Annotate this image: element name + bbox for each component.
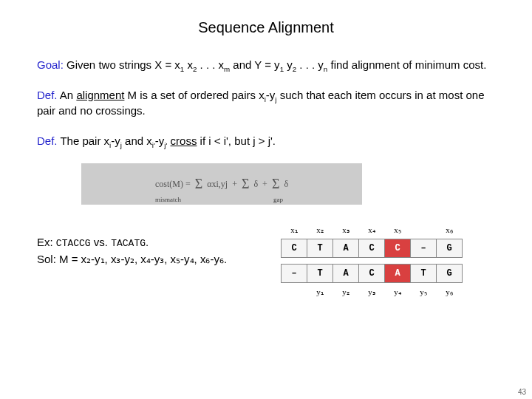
table-cell: x₅ xyxy=(385,221,411,239)
table-cell: C xyxy=(359,265,385,283)
def1-text-b: M is a set of ordered pairs x xyxy=(124,89,264,101)
page-number: 43 xyxy=(518,388,526,396)
def2-text-b: and x xyxy=(122,134,152,147)
table-cell xyxy=(282,283,307,301)
plus-icon: + xyxy=(232,179,237,190)
sigma-icon: Σ xyxy=(272,177,279,192)
table-cell: x₄ xyxy=(359,221,385,239)
table-cell: G xyxy=(437,239,463,258)
table-cell: – xyxy=(282,265,307,283)
table-cell: G xyxy=(437,265,463,283)
table-cell: – xyxy=(411,239,437,258)
example-block: Ex: CTACCG vs. TACATG. Sol: M = x₂-y₁, x… xyxy=(37,234,259,267)
table-cell: C xyxy=(359,239,385,258)
sol-lead: Sol: xyxy=(37,253,56,265)
page-title: Sequence Alignment xyxy=(37,19,495,36)
def1-paragraph: Def. An alignment M is a set of ordered … xyxy=(37,87,495,118)
table-cell: y₆ xyxy=(437,283,463,301)
formula-term2: δ xyxy=(253,179,258,190)
def1-lead: Def. xyxy=(37,89,58,101)
table-cell: y₁ xyxy=(307,283,333,301)
alignment-table: x₁x₂x₃x₄x₅x₆ CTACC–G –TACATG y₁y₂y₃y₄y₅y… xyxy=(281,221,463,301)
table-cell xyxy=(411,221,437,239)
table-cell: T xyxy=(307,239,333,258)
table-cell: T xyxy=(411,265,437,283)
table-cell: x₃ xyxy=(333,221,359,239)
table-cell: x₁ xyxy=(282,221,307,239)
formula-lhs: cost(M) = xyxy=(155,179,191,190)
ex-lead: Ex: xyxy=(37,236,53,248)
goal-text-a: Given two strings X = x xyxy=(64,58,180,71)
table-cell: y₃ xyxy=(359,283,385,301)
ex-dot: . xyxy=(146,236,149,248)
goal-text-b: and Y = y xyxy=(230,58,279,71)
mismatch-label: mismatch xyxy=(155,196,181,203)
gap-label: gap xyxy=(273,196,283,203)
table-cell: T xyxy=(307,265,333,283)
table-cell: C xyxy=(385,239,411,258)
table-cell: A xyxy=(333,265,359,283)
table-cell: x₂ xyxy=(307,221,333,239)
table-cell: x₆ xyxy=(437,221,463,239)
ex-seq2: TACATG xyxy=(111,238,146,249)
table-cell: y₂ xyxy=(333,283,359,301)
def1-term: alignment xyxy=(76,89,124,101)
goal-text-c: find alignment of minimum cost. xyxy=(327,58,486,71)
cost-formula: cost(M) = Σ αxi,yj + Σ δ + Σ δ mismatch … xyxy=(81,163,362,205)
table-cell: A xyxy=(385,265,411,283)
table-cell: y₄ xyxy=(385,283,411,301)
formula-term1: αxi,yj xyxy=(207,179,228,190)
sol-body: M = x₂-y₁, x₃-y₂, x₄-y₃, x₅-y₄, x₆-y₆. xyxy=(56,253,227,265)
goal-lead: Goal: xyxy=(37,58,64,71)
def1-text-a: An xyxy=(58,89,77,101)
table-cell: C xyxy=(282,239,307,258)
sigma-icon: Σ xyxy=(242,177,249,192)
table-cell: y₅ xyxy=(411,283,437,301)
ex-vs: vs. xyxy=(91,236,112,248)
ex-seq1: CTACCG xyxy=(56,238,91,249)
formula-term3: δ xyxy=(284,179,288,190)
def2-paragraph: Def. The pair xi-yj and xi'-yj' cross if… xyxy=(37,133,495,149)
table-cell: A xyxy=(333,239,359,258)
goal-paragraph: Goal: Given two strings X = x1 x2 . . . … xyxy=(37,57,495,72)
sigma-icon: Σ xyxy=(195,177,202,192)
def2-term: cross xyxy=(171,134,197,147)
def2-lead: Def. xyxy=(37,134,58,147)
def2-text-c: if i < i', but j > j'. xyxy=(197,134,276,147)
def2-text-a: The pair x xyxy=(58,134,110,147)
plus-icon: + xyxy=(262,179,267,190)
